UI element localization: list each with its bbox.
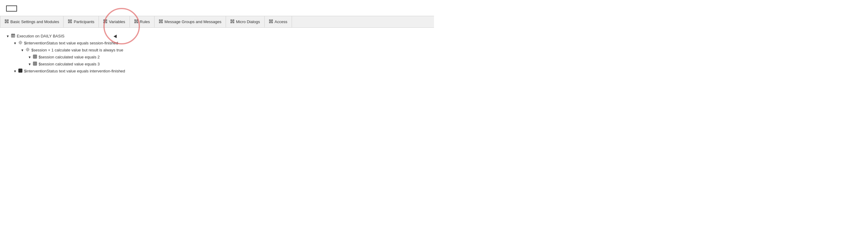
puzzle-icon <box>269 19 273 24</box>
puzzle-icon <box>159 19 163 24</box>
tree-node-label: $session calculated value equals 2 <box>39 55 100 59</box>
tree-node-label: $session + 1 calculate value but result … <box>31 48 123 52</box>
svg-rect-44 <box>19 69 22 72</box>
svg-rect-29 <box>232 21 233 22</box>
tab-label: Access <box>275 20 287 24</box>
svg-rect-17 <box>134 22 136 23</box>
svg-rect-10 <box>103 20 105 21</box>
svg-rect-13 <box>105 22 107 23</box>
block-icon <box>33 55 37 60</box>
svg-rect-8 <box>70 22 72 23</box>
tab-message-groups[interactable]: Message Groups and Messages <box>155 16 226 27</box>
svg-rect-43 <box>33 62 37 65</box>
puzzle-icon <box>103 19 107 24</box>
puzzle-icon <box>68 19 72 24</box>
svg-rect-12 <box>103 22 105 23</box>
content-area: ▼ 28 Execution on DAILY BASIS▼ $interven… <box>0 28 434 80</box>
tab-label: Message Groups and Messages <box>164 20 221 24</box>
tab-label: Participants <box>73 20 94 24</box>
svg-rect-11 <box>105 20 107 21</box>
tree-node: ▼ $session + 1 calculate value but resul… <box>21 47 428 54</box>
tab-label: Variables <box>109 20 125 24</box>
tree-node: ▼ $session calculated value equals 3 <box>28 61 428 67</box>
tree-arrow[interactable]: ▼ <box>28 55 31 59</box>
tree-arrow[interactable]: ▼ <box>13 41 17 45</box>
puzzle-icon <box>5 19 9 24</box>
svg-rect-37 <box>12 33 12 35</box>
svg-rect-1 <box>7 20 8 21</box>
tabs-bar: Basic Settings and Modules Participants … <box>0 16 434 28</box>
tree-node: ▼ $interventionStatus text value equals … <box>13 39 428 47</box>
svg-rect-23 <box>161 22 163 23</box>
svg-rect-27 <box>230 22 232 23</box>
svg-rect-36 <box>11 34 15 35</box>
tab-basic-settings[interactable]: Basic Settings and Modules <box>0 16 64 27</box>
svg-rect-14 <box>105 21 106 22</box>
svg-rect-16 <box>136 20 138 21</box>
tab-variables[interactable]: Variables <box>99 16 130 27</box>
calendar-icon: 28 <box>11 33 15 39</box>
tab-access[interactable]: Access <box>265 16 292 27</box>
svg-rect-21 <box>161 20 163 21</box>
svg-rect-3 <box>7 22 8 23</box>
svg-rect-34 <box>270 21 271 22</box>
block-icon <box>33 61 37 67</box>
header <box>0 0 434 16</box>
svg-rect-19 <box>136 21 136 22</box>
svg-rect-32 <box>269 22 271 23</box>
tab-label: Basic Settings and Modules <box>10 20 59 24</box>
gear-icon <box>18 40 23 46</box>
puzzle-icon <box>230 19 235 24</box>
tree-node-label: Execution on DAILY BASIS <box>17 34 64 38</box>
svg-rect-42 <box>33 55 37 58</box>
puzzle-icon <box>134 19 138 24</box>
tree-node-label: $interventionStatus text value equals se… <box>24 41 118 46</box>
tab-participants[interactable]: Participants <box>64 16 99 27</box>
svg-rect-6 <box>70 20 72 21</box>
svg-rect-20 <box>159 20 161 21</box>
tab-label: Micro Dialogs <box>236 20 260 24</box>
gear-icon <box>26 48 30 53</box>
svg-rect-24 <box>160 21 161 22</box>
svg-rect-5 <box>68 20 70 21</box>
tree-arrow[interactable]: ▼ <box>28 62 31 66</box>
tree-node: ▼ $interventionStatus text value equals … <box>13 67 428 74</box>
svg-rect-30 <box>269 20 271 21</box>
svg-rect-7 <box>68 22 70 23</box>
svg-rect-33 <box>271 22 273 23</box>
tree-node: ▼ $session calculated value equals 2 <box>28 54 428 61</box>
tree-arrow[interactable]: ▼ <box>6 34 9 38</box>
svg-rect-28 <box>232 22 234 23</box>
tree-node: ▼ 28 Execution on DAILY BASIS <box>6 33 428 39</box>
svg-rect-26 <box>232 20 234 21</box>
tree-arrow[interactable]: ▼ <box>13 69 17 73</box>
svg-rect-0 <box>5 20 6 21</box>
tab-rules[interactable]: Rules <box>130 16 155 27</box>
tab-micro-dialogs[interactable]: Micro Dialogs <box>226 16 265 27</box>
tree-node-label: $session calculated value equals 3 <box>39 62 100 66</box>
svg-rect-2 <box>5 22 6 23</box>
svg-rect-4 <box>6 21 7 22</box>
svg-rect-9 <box>70 21 70 22</box>
svg-point-41 <box>27 49 28 51</box>
tree-arrow[interactable]: ▼ <box>21 49 24 52</box>
svg-text:28: 28 <box>12 35 14 37</box>
svg-rect-18 <box>136 22 138 23</box>
svg-rect-15 <box>134 20 136 21</box>
svg-point-40 <box>20 42 21 43</box>
dark-square-icon <box>18 68 23 73</box>
svg-rect-31 <box>271 20 273 21</box>
svg-rect-25 <box>230 20 232 21</box>
tree-node-label: $interventionStatus text value equals in… <box>24 69 125 73</box>
back-to-list-button[interactable] <box>6 5 17 11</box>
tab-label: Rules <box>140 20 150 24</box>
svg-rect-38 <box>14 33 14 35</box>
svg-rect-22 <box>159 22 161 23</box>
